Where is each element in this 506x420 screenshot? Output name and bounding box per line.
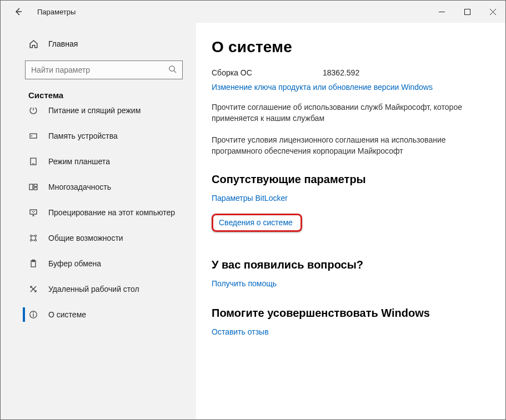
system-info-link[interactable]: Сведения о системе — [212, 214, 302, 232]
arrow-left-icon — [14, 7, 23, 16]
svg-rect-1 — [464, 9, 470, 14]
sidebar-item-label: Память устройства — [48, 131, 118, 140]
tablet-icon — [28, 157, 38, 166]
search-box[interactable] — [25, 60, 183, 79]
sidebar-item-power[interactable]: Питание и спящий режим — [1, 108, 196, 123]
svg-rect-12 — [29, 184, 33, 190]
svg-point-4 — [169, 66, 174, 71]
sidebar-item-projecting[interactable]: Проецирование на этот компьютер — [1, 200, 196, 225]
maximize-icon — [464, 9, 470, 15]
info-icon — [28, 310, 38, 319]
sidebar-nav: Питание и спящий режим Память устройства… — [1, 108, 196, 337]
search-icon — [168, 65, 177, 75]
window-title: Параметры — [37, 8, 76, 16]
sidebar-item-label: Многозадачность — [48, 183, 111, 191]
back-button[interactable] — [9, 3, 27, 21]
sidebar-item-label: Режим планшета — [48, 157, 110, 166]
sidebar-item-storage[interactable]: Память устройства — [1, 123, 196, 149]
sidebar-item-label: Буфер обмена — [48, 259, 101, 268]
license-terms-text[interactable]: Прочтите условия лицензионного соглашени… — [212, 134, 467, 157]
sidebar-item-label: Проецирование на этот компьютер — [48, 208, 175, 217]
shared-icon — [28, 234, 38, 242]
minimize-button[interactable] — [429, 1, 454, 23]
maximize-button[interactable] — [454, 1, 480, 23]
svg-point-17 — [34, 235, 36, 236]
sidebar-item-label: Удаленный рабочий стол — [48, 285, 139, 294]
feedback-link[interactable]: Оставить отзыв — [212, 327, 489, 336]
sidebar-item-label: Общие возможности — [48, 234, 123, 242]
sidebar-section-title: Система — [1, 87, 196, 103]
svg-rect-14 — [34, 188, 37, 190]
sidebar-home-label: Главная — [48, 39, 78, 48]
minimize-icon — [439, 9, 445, 15]
close-icon — [490, 9, 496, 15]
sidebar-item-shared[interactable]: Общие возможности — [1, 225, 196, 251]
home-icon — [28, 39, 38, 49]
svg-point-9 — [31, 135, 32, 136]
main-content: О системе Сборка ОС 18362.592 Изменение … — [196, 23, 505, 419]
svg-rect-13 — [34, 184, 37, 186]
project-icon — [28, 208, 38, 217]
sidebar: Главная Система Питание и спящий режим — [1, 23, 196, 419]
sidebar-item-label: Питание и спящий режим — [48, 108, 141, 115]
bitlocker-link[interactable]: Параметры BitLocker — [212, 194, 489, 203]
get-help-link[interactable]: Получить помощь — [212, 279, 489, 288]
services-agreement-text[interactable]: Прочтите соглашение об использовании слу… — [212, 102, 467, 124]
os-build-value: 18362.592 — [323, 68, 359, 77]
svg-point-18 — [30, 239, 32, 241]
os-build-label: Сборка ОС — [212, 68, 323, 77]
sidebar-item-clipboard[interactable]: Буфер обмена — [1, 251, 196, 276]
sidebar-item-tablet[interactable]: Режим планшета — [1, 149, 196, 174]
sidebar-item-multitasking[interactable]: Многозадачность — [1, 174, 196, 200]
close-button[interactable] — [480, 1, 505, 23]
svg-rect-15 — [30, 210, 37, 214]
remote-icon — [28, 285, 38, 294]
sidebar-item-remote[interactable]: Удаленный рабочий стол — [1, 276, 196, 302]
svg-point-19 — [34, 239, 36, 241]
questions-heading: У вас появились вопросы? — [212, 259, 489, 271]
page-title: О системе — [212, 38, 489, 56]
svg-point-23 — [33, 312, 34, 313]
change-product-key-link[interactable]: Изменение ключа продукта или обновление … — [212, 83, 489, 92]
clipboard-icon — [28, 259, 38, 268]
power-icon — [28, 108, 38, 115]
sidebar-home[interactable]: Главная — [1, 33, 196, 55]
improve-heading: Помогите усовершенствовать Windows — [212, 307, 489, 320]
svg-line-5 — [174, 70, 176, 73]
storage-icon — [28, 131, 38, 140]
svg-point-16 — [30, 235, 32, 236]
sidebar-item-label: О системе — [48, 310, 86, 319]
sidebar-item-about[interactable]: О системе — [1, 302, 196, 327]
os-build-row: Сборка ОС 18362.592 — [212, 68, 489, 77]
titlebar: Параметры — [1, 1, 505, 23]
multitask-icon — [28, 183, 38, 191]
search-input[interactable] — [31, 65, 168, 74]
related-settings-heading: Сопутствующие параметры — [212, 173, 489, 186]
svg-rect-8 — [30, 134, 37, 138]
